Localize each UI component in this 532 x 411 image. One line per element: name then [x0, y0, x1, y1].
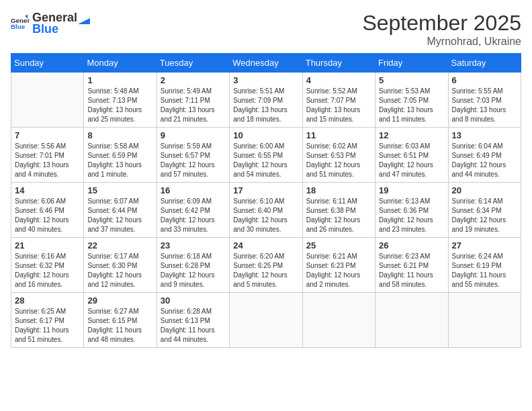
day-number: 20: [452, 185, 517, 195]
day-info: Sunrise: 6:03 AM Sunset: 6:51 PM Dayligh…: [379, 142, 444, 179]
calendar-cell: 5Sunrise: 5:53 AM Sunset: 7:05 PM Daylig…: [375, 73, 448, 128]
calendar-cell: [448, 293, 521, 348]
day-info: Sunrise: 5:51 AM Sunset: 7:09 PM Dayligh…: [233, 87, 298, 124]
day-info: Sunrise: 5:58 AM Sunset: 6:59 PM Dayligh…: [87, 142, 152, 179]
day-info: Sunrise: 6:11 AM Sunset: 6:38 PM Dayligh…: [306, 197, 371, 234]
calendar-cell: 23Sunrise: 6:18 AM Sunset: 6:28 PM Dayli…: [157, 238, 229, 293]
day-number: 23: [161, 240, 226, 250]
calendar-cell: 14Sunrise: 6:06 AM Sunset: 6:46 PM Dayli…: [11, 183, 84, 238]
day-number: 30: [161, 295, 226, 306]
calendar-cell: 13Sunrise: 6:04 AM Sunset: 6:49 PM Dayli…: [448, 128, 521, 183]
calendar-cell: 21Sunrise: 6:16 AM Sunset: 6:32 PM Dayli…: [11, 238, 84, 293]
calendar-cell: 9Sunrise: 5:59 AM Sunset: 6:57 PM Daylig…: [157, 128, 229, 183]
day-info: Sunrise: 6:09 AM Sunset: 6:42 PM Dayligh…: [161, 197, 226, 234]
day-number: 5: [379, 75, 444, 85]
calendar-week-row: 28Sunrise: 6:25 AM Sunset: 6:17 PM Dayli…: [11, 293, 521, 348]
calendar-header-row: SundayMondayTuesdayWednesdayThursdayFrid…: [11, 54, 521, 73]
weekday-header-saturday: Saturday: [448, 54, 521, 73]
svg-text:Blue: Blue: [11, 23, 26, 30]
calendar-cell: 26Sunrise: 6:23 AM Sunset: 6:21 PM Dayli…: [375, 238, 448, 293]
day-info: Sunrise: 6:07 AM Sunset: 6:44 PM Dayligh…: [87, 197, 152, 234]
day-info: Sunrise: 6:16 AM Sunset: 6:32 PM Dayligh…: [15, 252, 80, 289]
day-info: Sunrise: 6:13 AM Sunset: 6:36 PM Dayligh…: [379, 197, 444, 234]
day-number: 27: [452, 240, 517, 250]
day-info: Sunrise: 5:55 AM Sunset: 7:03 PM Dayligh…: [452, 87, 517, 124]
calendar-cell: 17Sunrise: 6:10 AM Sunset: 6:40 PM Dayli…: [230, 183, 302, 238]
calendar-cell: 15Sunrise: 6:07 AM Sunset: 6:44 PM Dayli…: [84, 183, 157, 238]
svg-marker-3: [78, 18, 90, 24]
day-info: Sunrise: 5:49 AM Sunset: 7:11 PM Dayligh…: [161, 87, 226, 124]
day-number: 19: [379, 185, 444, 195]
calendar-cell: 11Sunrise: 6:02 AM Sunset: 6:53 PM Dayli…: [302, 128, 375, 183]
day-info: Sunrise: 5:53 AM Sunset: 7:05 PM Dayligh…: [379, 87, 444, 124]
day-info: Sunrise: 6:25 AM Sunset: 6:17 PM Dayligh…: [15, 307, 80, 345]
calendar-cell: 1Sunrise: 5:48 AM Sunset: 7:13 PM Daylig…: [84, 73, 157, 128]
weekday-header-monday: Monday: [84, 54, 157, 73]
day-number: 2: [161, 75, 226, 85]
calendar-cell: 22Sunrise: 6:17 AM Sunset: 6:30 PM Dayli…: [84, 238, 157, 293]
title-block: September 2025 Myrnohrad, Ukraine: [362, 11, 521, 48]
calendar-week-row: 21Sunrise: 6:16 AM Sunset: 6:32 PM Dayli…: [11, 238, 521, 293]
day-number: 25: [306, 240, 371, 250]
calendar-cell: 29Sunrise: 6:27 AM Sunset: 6:15 PM Dayli…: [84, 293, 157, 348]
day-number: 6: [452, 75, 517, 85]
day-number: 15: [87, 185, 152, 195]
day-number: 26: [379, 240, 444, 250]
day-number: 29: [87, 295, 152, 306]
day-number: 1: [87, 75, 152, 85]
day-info: Sunrise: 6:28 AM Sunset: 6:13 PM Dayligh…: [161, 307, 226, 345]
day-number: 14: [15, 185, 80, 195]
logo-icon: General Blue: [11, 14, 30, 33]
calendar-cell: [11, 73, 84, 128]
logo-triangle-icon: [78, 12, 90, 24]
calendar-cell: 27Sunrise: 6:24 AM Sunset: 6:19 PM Dayli…: [448, 238, 521, 293]
calendar-week-row: 14Sunrise: 6:06 AM Sunset: 6:46 PM Dayli…: [11, 183, 521, 238]
day-info: Sunrise: 5:56 AM Sunset: 7:01 PM Dayligh…: [15, 142, 80, 179]
calendar-cell: 2Sunrise: 5:49 AM Sunset: 7:11 PM Daylig…: [157, 73, 229, 128]
day-number: 22: [87, 240, 152, 250]
day-number: 17: [233, 185, 298, 195]
calendar-cell: 20Sunrise: 6:14 AM Sunset: 6:34 PM Dayli…: [448, 183, 521, 238]
day-info: Sunrise: 6:14 AM Sunset: 6:34 PM Dayligh…: [452, 197, 517, 234]
calendar-cell: [302, 293, 375, 348]
calendar-cell: [375, 293, 448, 348]
day-number: 16: [161, 185, 226, 195]
calendar-cell: 7Sunrise: 5:56 AM Sunset: 7:01 PM Daylig…: [11, 128, 84, 183]
day-info: Sunrise: 6:06 AM Sunset: 6:46 PM Dayligh…: [15, 197, 80, 234]
weekday-header-thursday: Thursday: [302, 54, 375, 73]
calendar-cell: 24Sunrise: 6:20 AM Sunset: 6:25 PM Dayli…: [230, 238, 302, 293]
logo: General Blue General Blue: [11, 11, 91, 36]
day-info: Sunrise: 6:02 AM Sunset: 6:53 PM Dayligh…: [306, 142, 371, 179]
calendar-cell: 6Sunrise: 5:55 AM Sunset: 7:03 PM Daylig…: [448, 73, 521, 128]
day-number: 4: [306, 75, 371, 85]
calendar-cell: 12Sunrise: 6:03 AM Sunset: 6:51 PM Dayli…: [375, 128, 448, 183]
calendar-cell: 4Sunrise: 5:52 AM Sunset: 7:07 PM Daylig…: [302, 73, 375, 128]
calendar-cell: 3Sunrise: 5:51 AM Sunset: 7:09 PM Daylig…: [230, 73, 302, 128]
day-info: Sunrise: 6:20 AM Sunset: 6:25 PM Dayligh…: [233, 252, 298, 289]
calendar-cell: 30Sunrise: 6:28 AM Sunset: 6:13 PM Dayli…: [157, 293, 229, 348]
day-number: 3: [233, 75, 298, 85]
day-info: Sunrise: 6:18 AM Sunset: 6:28 PM Dayligh…: [161, 252, 226, 289]
weekday-header-friday: Friday: [375, 54, 448, 73]
day-info: Sunrise: 6:00 AM Sunset: 6:55 PM Dayligh…: [233, 142, 298, 179]
page-header: General Blue General Blue September 2025…: [11, 11, 521, 48]
calendar-cell: 8Sunrise: 5:58 AM Sunset: 6:59 PM Daylig…: [84, 128, 157, 183]
day-info: Sunrise: 6:27 AM Sunset: 6:15 PM Dayligh…: [87, 307, 152, 345]
day-number: 10: [233, 130, 298, 140]
day-number: 12: [379, 130, 444, 140]
calendar-cell: [230, 293, 302, 348]
calendar-cell: 25Sunrise: 6:21 AM Sunset: 6:23 PM Dayli…: [302, 238, 375, 293]
day-info: Sunrise: 6:21 AM Sunset: 6:23 PM Dayligh…: [306, 252, 371, 289]
day-number: 13: [452, 130, 517, 140]
calendar-cell: 18Sunrise: 6:11 AM Sunset: 6:38 PM Dayli…: [302, 183, 375, 238]
day-info: Sunrise: 5:52 AM Sunset: 7:07 PM Dayligh…: [306, 87, 371, 124]
day-info: Sunrise: 6:04 AM Sunset: 6:49 PM Dayligh…: [452, 142, 517, 179]
calendar-table: SundayMondayTuesdayWednesdayThursdayFrid…: [11, 53, 521, 348]
day-info: Sunrise: 6:24 AM Sunset: 6:19 PM Dayligh…: [452, 252, 517, 289]
title-location: Myrnohrad, Ukraine: [362, 36, 521, 48]
weekday-header-sunday: Sunday: [11, 54, 84, 73]
day-number: 7: [15, 130, 80, 140]
day-number: 21: [15, 240, 80, 250]
day-number: 28: [15, 295, 80, 306]
calendar-week-row: 1Sunrise: 5:48 AM Sunset: 7:13 PM Daylig…: [11, 73, 521, 128]
